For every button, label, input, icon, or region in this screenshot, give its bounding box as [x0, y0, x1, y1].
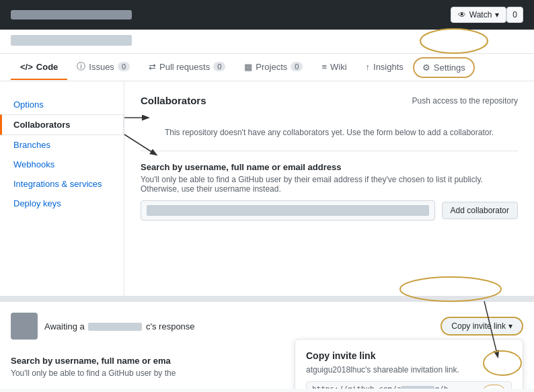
- tab-wiki[interactable]: ≡ Wiki: [312, 55, 356, 80]
- pr-icon: ⇄: [149, 62, 156, 72]
- repo-title: [11, 35, 132, 46]
- watch-count: 0: [506, 7, 523, 23]
- dropdown-title: Copy invite link: [306, 350, 512, 361]
- tab-settings-label: Settings: [434, 63, 465, 73]
- section-divider: [0, 297, 534, 302]
- code-icon: </>: [20, 62, 33, 72]
- watch-area: 👁 Watch ▾ 0: [451, 7, 523, 23]
- no-collaborators-message: This repository doesn't have any collabo…: [141, 114, 518, 151]
- sidebar-integrations-label: Integrations & services: [13, 179, 102, 189]
- tab-issues[interactable]: ⓘ Issues 0: [67, 54, 139, 81]
- projects-icon: ▦: [244, 62, 252, 72]
- chevron-down-icon: ▾: [508, 321, 512, 331]
- top-bar-left: [11, 10, 132, 19]
- wiki-icon: ≡: [321, 62, 327, 72]
- avatar: [11, 313, 38, 340]
- sidebar-item-integrations[interactable]: Integrations & services: [0, 174, 124, 194]
- tab-issues-label: Issues: [89, 62, 114, 72]
- awaiting-row: Awaiting a c's response Copy invite link…: [11, 313, 523, 340]
- copy-invite-dropdown: Copy invite link atguigu2018lhuc's share…: [295, 339, 523, 389]
- sidebar-item-collaborators[interactable]: Collaborators: [0, 114, 124, 135]
- top-section: Options Collaborators Branches Webhooks …: [0, 81, 534, 297]
- chevron-down-icon: ▾: [495, 10, 499, 19]
- tab-insights-label: Insights: [373, 62, 404, 72]
- invite-url: https://github.com/aq/h: [312, 385, 477, 389]
- tab-projects-label: Projects: [256, 62, 287, 72]
- insights-icon: ↑: [366, 62, 371, 72]
- no-collaborators-text: This repository doesn't have any collabo…: [165, 128, 494, 137]
- awaiting-username: [88, 323, 142, 331]
- sidebar-item-branches[interactable]: Branches: [0, 135, 124, 155]
- main-container: Options Collaborators Branches Webhooks …: [0, 81, 534, 297]
- watch-label: Watch: [469, 10, 492, 19]
- settings-icon: ⚙: [422, 63, 430, 73]
- tab-settings[interactable]: ⚙ Settings: [413, 57, 475, 78]
- repo-name: [11, 10, 132, 19]
- projects-badge: 0: [291, 62, 303, 71]
- sidebar-options-label: Options: [13, 100, 44, 110]
- eye-icon: 👁: [458, 10, 466, 19]
- content-area: Collaborators Push access to the reposit…: [124, 81, 534, 296]
- issues-icon: ⓘ: [77, 61, 85, 73]
- copy-invite-button[interactable]: Copy invite link ▾: [441, 317, 523, 336]
- sidebar-item-options[interactable]: Options: [0, 95, 124, 114]
- pr-badge: 0: [213, 62, 225, 71]
- repo-header: [0, 30, 534, 54]
- url-prefix: https://github.com/a: [312, 385, 401, 389]
- sidebar-webhooks-label: Webhooks: [13, 159, 54, 169]
- watch-button[interactable]: 👁 Watch ▾: [451, 7, 507, 23]
- awaiting-suffix: c's response: [146, 321, 195, 331]
- url-row: https://github.com/aq/h 📋: [306, 381, 512, 389]
- collaborator-search-input[interactable]: [141, 200, 435, 221]
- awaiting-left: Awaiting a c's response: [11, 313, 195, 340]
- lower-section: Awaiting a c's response Copy invite link…: [0, 302, 534, 389]
- sidebar-branches-label: Branches: [13, 140, 50, 150]
- tab-code-label: Code: [36, 62, 59, 72]
- sidebar-item-webhooks[interactable]: Webhooks: [0, 155, 124, 174]
- tab-wiki-label: Wiki: [330, 62, 347, 72]
- sidebar-deploy-keys-label: Deploy keys: [13, 198, 61, 208]
- url-blur-1: [401, 386, 434, 389]
- push-access-text: Push access to the repository: [412, 96, 518, 106]
- search-row: Add collaborator: [141, 200, 518, 221]
- tab-pull-requests[interactable]: ⇄ Pull requests 0: [139, 55, 235, 80]
- clipboard-icon: 📋: [488, 388, 500, 389]
- sidebar-collaborators-label: Collaborators: [13, 120, 71, 130]
- tab-pr-label: Pull requests: [159, 62, 210, 72]
- copy-invite-label: Copy invite link: [451, 321, 506, 331]
- content-title: Collaborators: [141, 95, 206, 106]
- search-section-desc: You'll only be able to find a GitHub use…: [141, 175, 518, 194]
- top-bar: 👁 Watch ▾ 0: [0, 0, 534, 30]
- url-suffix: q/h: [434, 385, 448, 389]
- sidebar-item-deploy-keys[interactable]: Deploy keys: [0, 194, 124, 213]
- tab-code[interactable]: </> Code: [11, 55, 67, 80]
- nav-tabs: </> Code ⓘ Issues 0 ⇄ Pull requests 0 ▦ …: [0, 54, 534, 81]
- content-header: Collaborators Push access to the reposit…: [141, 95, 518, 106]
- page-wrapper: 👁 Watch ▾ 0 </> Code ⓘ Issues 0 ⇄ Pull r…: [0, 0, 534, 389]
- sidebar: Options Collaborators Branches Webhooks …: [0, 81, 124, 296]
- dropdown-desc: atguigu2018lhuc's shareable invitation l…: [306, 365, 512, 375]
- tab-projects[interactable]: ▦ Projects 0: [235, 55, 312, 80]
- issues-badge: 0: [118, 62, 130, 71]
- add-collaborator-button[interactable]: Add collaborator: [442, 202, 518, 219]
- tab-insights[interactable]: ↑ Insights: [356, 55, 413, 80]
- awaiting-text: Awaiting a c's response: [44, 321, 195, 331]
- search-section-label: Search by username, full name or email a…: [141, 162, 518, 172]
- copy-url-button[interactable]: 📋: [482, 385, 506, 389]
- awaiting-prefix: Awaiting a: [44, 321, 85, 331]
